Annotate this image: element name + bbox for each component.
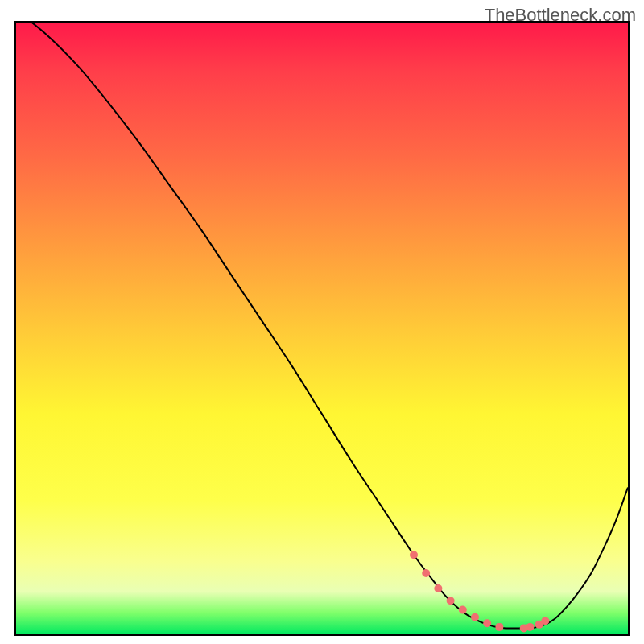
- marker-point: [422, 569, 430, 577]
- marker-point: [471, 613, 479, 621]
- plot-frame: [14, 21, 630, 636]
- marker-point: [526, 623, 534, 631]
- marker-point: [459, 606, 467, 614]
- curve-markers: [410, 551, 549, 632]
- chart-container: TheBottleneck.com: [0, 0, 644, 644]
- marker-point: [410, 551, 418, 559]
- marker-point: [447, 597, 455, 605]
- marker-point: [541, 617, 549, 625]
- marker-point: [483, 619, 491, 627]
- curve-svg: [16, 23, 628, 634]
- marker-point: [495, 623, 503, 631]
- bottleneck-curve: [16, 23, 628, 629]
- watermark-text: TheBottleneck.com: [485, 5, 636, 26]
- marker-point: [434, 584, 442, 592]
